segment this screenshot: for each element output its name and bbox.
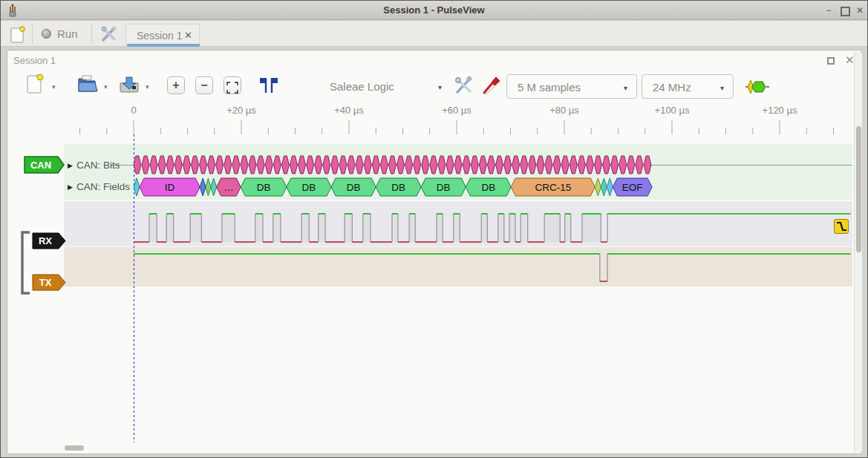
window-title: Session 1 - PulseView [1,4,867,16]
channel-group-bracket [19,231,32,295]
can-decoder-tag[interactable]: CAN [24,156,67,174]
toolbar-separator [91,24,92,44]
sample-count-combo[interactable]: 5 M samples ▾ [506,74,637,99]
save-file-icon[interactable] [117,73,141,95]
device-config-icon[interactable] [453,75,475,96]
show-cursors-icon[interactable] [257,76,281,95]
rx-channel-tag[interactable]: RX [32,232,68,250]
vertical-scrollbar[interactable] [854,52,862,453]
ruler-tick-label: +120 µs [763,105,797,116]
tx-channel-tag[interactable]: TX [32,274,68,292]
sample-rate-value: 24 MHz [653,81,691,94]
run-button[interactable]: Run [57,27,78,40]
status-strip [1,455,867,458]
can-tag-label: CAN [30,160,51,171]
vertical-scrollbar-handle[interactable] [856,126,861,252]
row-label-can-fields[interactable]: ▶CAN: Fields [68,181,130,192]
active-tab-indicator [127,44,200,47]
title-bar[interactable]: Session 1 - PulseView − ✕ [1,1,867,20]
new-session-icon[interactable] [9,26,28,44]
zoom-fit-button[interactable] [223,76,241,94]
main-toolbar: Run Session 1 ✕ [1,21,867,47]
pulseview-window: Session 1 - PulseView − ✕ Run Session 1 … [0,0,868,458]
ruler-tick-label: +40 µs [334,105,364,116]
zoom-out-button[interactable]: − [195,76,213,94]
tx-band [64,247,852,287]
row-label-can-bits[interactable]: ▶CAN: Bits [68,160,120,171]
add-decoder-icon[interactable] [745,79,770,95]
close-button[interactable]: ✕ [853,4,867,16]
dock-title: Session 1 [13,55,56,66]
falling-edge-icon [835,220,848,233]
tab-close-icon[interactable]: ✕ [184,30,192,41]
expand-arrow-icon[interactable]: ▶ [68,162,73,169]
sample-rate-dropdown-icon: ▾ [720,84,724,92]
session-toolbar: ▾ ▾ ▾ + − [7,68,861,102]
tx-tag-label: TX [39,277,52,288]
ruler-tick-label: +60 µs [442,105,471,116]
open-file-dropdown-icon[interactable]: ▾ [104,83,108,91]
rx-band [64,201,852,246]
probe-icon[interactable] [481,75,502,96]
sample-count-value: 5 M samples [518,81,581,94]
run-icon[interactable] [42,29,51,39]
ruler-tick-label: +80 µs [549,105,579,116]
toolbar-separator [32,24,33,44]
save-file-dropdown-icon[interactable]: ▾ [146,83,149,91]
horizontal-scrollbar-handle[interactable] [65,445,84,451]
new-file-icon[interactable] [24,73,46,95]
zoom-fit-icon [224,79,241,96]
maximize-button[interactable] [838,4,852,16]
dock-close-icon[interactable]: ✕ [845,53,855,67]
device-select[interactable]: Saleae Logic [330,80,394,93]
expand-arrow-icon[interactable]: ▶ [68,183,73,191]
zoom-in-button[interactable]: + [167,76,185,94]
tab-label: Session 1 [137,30,182,42]
device-dropdown-icon[interactable]: ▾ [438,83,442,91]
ruler-tick-label: 0 [131,105,136,116]
sample-count-dropdown-icon: ▾ [624,84,627,92]
open-file-icon[interactable] [76,73,99,95]
new-file-dropdown-icon[interactable]: ▾ [52,83,56,91]
decoder-band [64,144,852,200]
ruler-tick-label: +20 µs [226,105,256,116]
rx-tag-label: RX [39,235,52,246]
sample-rate-combo[interactable]: 24 MHz ▾ [642,74,734,99]
minimize-button[interactable]: − [822,4,835,16]
trigger-marker[interactable] [834,219,849,234]
ruler-tick-label: +100 µs [655,105,690,116]
dock-float-icon[interactable] [827,57,835,65]
settings-wrench-icon[interactable] [99,24,119,44]
